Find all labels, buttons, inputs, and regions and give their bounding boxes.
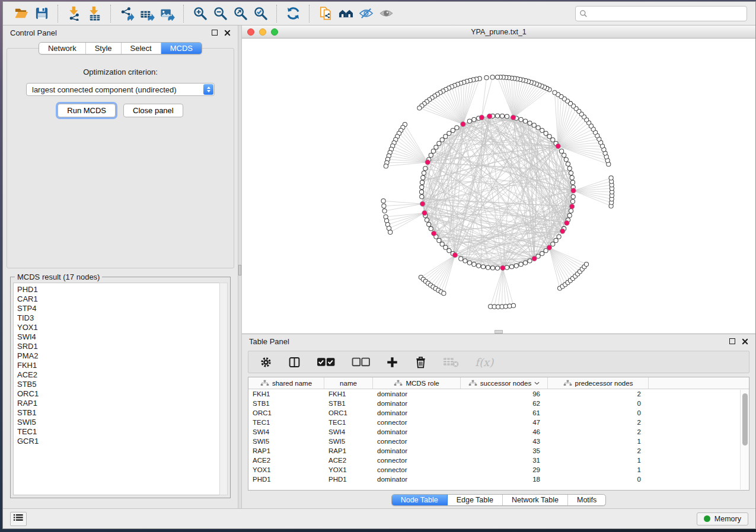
hide-selected-icon[interactable] xyxy=(356,4,376,23)
cell-mcds-role[interactable]: connector xyxy=(373,457,461,464)
search-input[interactable] xyxy=(575,6,747,21)
network-node[interactable] xyxy=(455,126,459,130)
mcds-result-node[interactable]: STB1 xyxy=(17,408,216,418)
optimization-criterion-select[interactable]: largest connected component (undirected) xyxy=(26,83,215,96)
mcds-hub-node[interactable] xyxy=(569,204,574,209)
network-node[interactable] xyxy=(495,266,499,270)
cell-shared-name[interactable]: STB1 xyxy=(248,400,324,407)
network-node[interactable] xyxy=(569,171,573,175)
cell-mcds-role[interactable]: dominator xyxy=(373,428,461,435)
cell-successor-nodes[interactable]: 47 xyxy=(461,419,548,426)
tab-select[interactable]: Select xyxy=(122,43,161,54)
mcds-result-node[interactable]: YOX1 xyxy=(17,323,216,332)
cell-shared-name[interactable]: ORC1 xyxy=(248,409,324,416)
cell-predecessor-nodes[interactable]: 2 xyxy=(548,390,649,398)
network-node[interactable] xyxy=(490,266,495,270)
network-node[interactable] xyxy=(382,209,387,213)
mcds-result-node[interactable]: GCR1 xyxy=(17,437,216,446)
table-scrollbar[interactable] xyxy=(740,390,749,489)
mcds-hub-node[interactable] xyxy=(425,160,430,165)
network-node[interactable] xyxy=(500,114,504,118)
network-node[interactable] xyxy=(551,242,555,246)
cell-predecessor-nodes[interactable]: 1 xyxy=(548,438,649,445)
network-node[interactable] xyxy=(440,137,444,142)
first-neighbors-icon[interactable] xyxy=(336,4,356,23)
horizontal-splitter-handle[interactable] xyxy=(495,330,503,334)
network-node[interactable] xyxy=(566,162,570,166)
cell-mcds-role[interactable]: connector xyxy=(373,438,461,445)
close-window-icon[interactable] xyxy=(247,28,254,36)
mcds-hub-node[interactable] xyxy=(432,231,436,236)
network-node[interactable] xyxy=(528,121,532,125)
mcds-hub-node[interactable] xyxy=(532,256,537,261)
cell-successor-nodes[interactable]: 29 xyxy=(461,466,548,473)
cell-name[interactable]: SWI5 xyxy=(324,438,373,445)
network-node[interactable] xyxy=(420,194,424,198)
show-all-icon[interactable] xyxy=(376,4,396,23)
import-network-icon[interactable] xyxy=(64,4,84,23)
mcds-result-node[interactable]: RAP1 xyxy=(17,399,216,408)
network-node[interactable] xyxy=(417,106,422,110)
mcds-result-node[interactable]: TEC1 xyxy=(17,427,216,437)
network-node[interactable] xyxy=(540,251,544,255)
mcds-hub-node[interactable] xyxy=(422,210,427,215)
cell-successor-nodes[interactable]: 18 xyxy=(461,476,548,483)
close-panel-button[interactable]: Close panel xyxy=(123,104,183,117)
cell-mcds-role[interactable]: dominator xyxy=(373,447,461,454)
network-node[interactable] xyxy=(420,180,424,184)
network-node[interactable] xyxy=(382,204,386,208)
network-node[interactable] xyxy=(484,76,489,80)
network-node[interactable] xyxy=(554,238,558,242)
network-node[interactable] xyxy=(481,265,485,269)
cell-mcds-role[interactable]: connector xyxy=(373,466,461,473)
column-header-successor-nodes[interactable]: successor nodes xyxy=(461,377,548,389)
table-row[interactable]: PHD1PHD1dominator180 xyxy=(248,475,749,484)
table-row[interactable]: SWI5SWI5connector431 xyxy=(248,437,749,446)
splitter-handle[interactable] xyxy=(238,265,241,275)
mcds-hub-node[interactable] xyxy=(571,188,576,193)
mcds-hub-node[interactable] xyxy=(452,252,457,257)
network-node[interactable] xyxy=(490,75,495,79)
network-node[interactable] xyxy=(467,261,471,265)
network-node[interactable] xyxy=(570,175,574,180)
export-network-icon[interactable] xyxy=(117,4,137,23)
cell-name[interactable]: TEC1 xyxy=(324,419,373,426)
network-node[interactable] xyxy=(524,119,528,123)
mcds-result-node[interactable]: SWI5 xyxy=(17,418,216,427)
table-row[interactable]: ORC1ORC1dominator610 xyxy=(248,408,749,418)
column-header-mcds-role[interactable]: MCDS role xyxy=(373,377,461,389)
mcds-hub-node[interactable] xyxy=(500,265,505,270)
import-table-icon[interactable] xyxy=(84,4,104,23)
network-node[interactable] xyxy=(388,230,393,234)
deselect-all-columns-icon[interactable] xyxy=(352,356,371,368)
cell-name[interactable]: RAP1 xyxy=(324,447,373,454)
network-node[interactable] xyxy=(425,218,429,222)
network-node[interactable] xyxy=(584,262,588,266)
network-node[interactable] xyxy=(536,126,540,130)
column-header-predecessor-nodes[interactable]: predecessor nodes xyxy=(548,377,649,389)
network-node[interactable] xyxy=(442,291,446,296)
cell-shared-name[interactable]: FKH1 xyxy=(248,390,324,398)
cell-name[interactable]: ORC1 xyxy=(324,409,373,416)
tab-edge-table[interactable]: Edge Table xyxy=(448,495,503,505)
mcds-hub-node[interactable] xyxy=(564,220,569,225)
network-graph[interactable] xyxy=(242,39,755,334)
cell-name[interactable]: PHD1 xyxy=(324,476,373,483)
network-node[interactable] xyxy=(570,199,575,203)
float-panel-icon[interactable] xyxy=(729,338,735,344)
network-node[interactable] xyxy=(567,213,572,217)
task-history-button[interactable] xyxy=(10,512,27,526)
network-node[interactable] xyxy=(486,265,490,270)
network-node[interactable] xyxy=(553,91,557,95)
mcds-result-node[interactable]: ACE2 xyxy=(17,370,216,380)
network-node[interactable] xyxy=(528,259,532,263)
network-node[interactable] xyxy=(540,128,544,132)
mcds-result-node[interactable]: SRD1 xyxy=(17,342,216,351)
mcds-result-node[interactable]: PHD1 xyxy=(17,285,216,294)
network-node[interactable] xyxy=(420,185,424,189)
add-column-icon[interactable] xyxy=(386,356,398,368)
network-node[interactable] xyxy=(459,257,463,261)
network-node[interactable] xyxy=(495,114,499,118)
network-node[interactable] xyxy=(434,145,438,149)
memory-button[interactable]: Memory xyxy=(697,512,748,525)
